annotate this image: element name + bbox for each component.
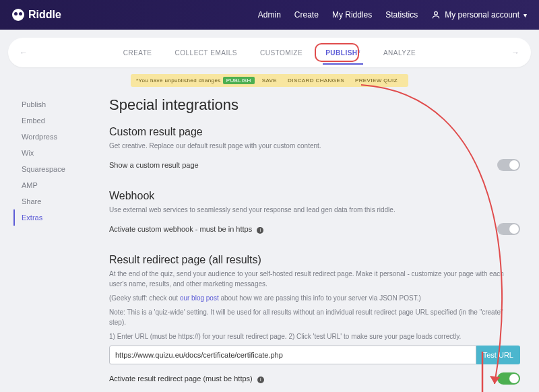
nav-create[interactable]: Create (294, 10, 319, 20)
info-icon[interactable]: i (257, 377, 264, 383)
step-next[interactable]: → (507, 48, 524, 57)
nav-myriddles[interactable]: My Riddles (332, 10, 372, 20)
step-customize[interactable]: CUSTOMIZE (257, 44, 305, 62)
nav-admin[interactable]: Admin (258, 10, 281, 20)
editor-shell: ← CREATE COLLECT EMAILS CUSTOMIZE PUBLIS… (8, 38, 531, 388)
warn-text: *You have unpublished changes (136, 77, 221, 84)
step-publish[interactable]: PUBLISH* (323, 44, 363, 62)
redirect-help2: (Geeky stuff: check out our blog post ab… (109, 293, 520, 303)
sidebar-item-embed[interactable]: Embed (13, 112, 109, 129)
custom-heading: Custom result page (109, 126, 520, 138)
brand-name: Riddle (28, 9, 61, 21)
section-redirect: Result redirect page (all results) At th… (109, 254, 520, 392)
account-menu[interactable]: My personal account ▾ (431, 10, 527, 20)
unpublished-bar: *You have unpublished changes PUBLISH SA… (131, 74, 408, 87)
redirect-help4: 1) Enter URL (must be https://) for your… (109, 331, 520, 341)
redirect-help3: Note: This is a 'quiz-wide' setting. It … (109, 307, 520, 327)
top-nav: Riddle Admin Create My Riddles Statistic… (0, 0, 539, 30)
redirect-activate-toggle[interactable] (497, 372, 520, 385)
section-webhook: Webhook Use external web services to sea… (109, 190, 520, 239)
webhook-toggle[interactable] (497, 223, 520, 235)
step-analyze[interactable]: ANALYZE (381, 44, 418, 62)
warn-publish-button[interactable]: PUBLISH (223, 77, 255, 84)
custom-toggle-label: Show a custom result page (109, 161, 199, 169)
account-label: My personal account (445, 10, 519, 20)
svg-point-0 (435, 11, 438, 15)
redirect-activate-label: Activate result redirect page (must be h… (109, 374, 253, 383)
section-custom-result: Custom result page Get creative. Replace… (109, 126, 520, 175)
custom-toggle[interactable] (497, 159, 520, 171)
redirect-heading: Result redirect page (all results) (109, 254, 520, 266)
nav-links: Admin Create My Riddles Statistics My pe… (258, 10, 527, 20)
warn-save-button[interactable]: SAVE (259, 77, 280, 84)
content-area: Publish Embed Wordpress Wix Squarespace … (8, 96, 531, 392)
custom-help: Get creative. Replace our default result… (109, 141, 520, 151)
page-title: Special integrations (109, 96, 520, 114)
webhook-help: Use external web services to seamlessly … (109, 205, 520, 215)
redirect-url-row: Test URL (109, 346, 520, 364)
sidebar-item-publish[interactable]: Publish (13, 96, 109, 112)
warn-preview-button[interactable]: PREVIEW QUIZ (352, 77, 401, 84)
webhook-toggle-label: Activate custom webhook - must be in htt… (109, 225, 252, 233)
sidebar-item-amp[interactable]: AMP (13, 177, 109, 193)
warn-discard-button[interactable]: DISCARD CHANGES (284, 77, 348, 84)
sidebar: Publish Embed Wordpress Wix Squarespace … (8, 96, 109, 392)
stepper: ← CREATE COLLECT EMAILS CUSTOMIZE PUBLIS… (8, 38, 531, 67)
redirect-help2-suffix: about how we are passing this info to yo… (219, 294, 421, 302)
step-prev[interactable]: ← (15, 48, 32, 57)
webhook-heading: Webhook (109, 190, 520, 202)
sidebar-item-wordpress[interactable]: Wordpress (13, 129, 109, 145)
step-create[interactable]: CREATE (121, 44, 155, 62)
redirect-help2-prefix: (Geeky stuff: check out (109, 294, 180, 302)
info-icon[interactable]: i (257, 227, 263, 234)
main-panel: Special integrations Custom result page … (109, 96, 531, 392)
logo-icon (12, 9, 24, 21)
step-collect[interactable]: COLLECT EMAILS (172, 44, 240, 62)
chevron-down-icon: ▾ (524, 11, 527, 19)
redirect-help1: At the end of the quiz, send your audien… (109, 269, 520, 289)
redirect-url-input[interactable] (109, 346, 476, 364)
nav-statistics[interactable]: Statistics (385, 10, 418, 20)
sidebar-item-squarespace[interactable]: Squarespace (13, 161, 109, 177)
blog-post-link[interactable]: our blog post (180, 294, 219, 302)
test-url-button[interactable]: Test URL (476, 346, 520, 364)
sidebar-item-share[interactable]: Share (13, 193, 109, 209)
sidebar-item-wix[interactable]: Wix (13, 145, 109, 161)
brand-logo[interactable]: Riddle (12, 9, 61, 21)
sidebar-item-extras[interactable]: Extras (13, 209, 109, 226)
user-icon (431, 10, 441, 20)
